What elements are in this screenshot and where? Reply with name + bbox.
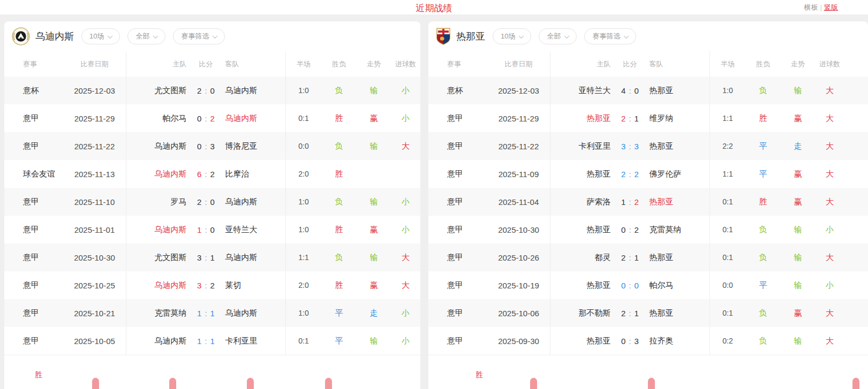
home-team-name: 帕尔马 xyxy=(126,113,187,124)
trend-chart-bar xyxy=(530,378,537,389)
competition-label: 球会友谊 xyxy=(4,160,63,188)
page-title: 近期战绩 xyxy=(416,2,452,14)
column-header-away: 客队 xyxy=(650,59,710,69)
match-row[interactable]: 意甲2025-10-26都灵2:1热那亚0:1负输大 xyxy=(428,243,868,271)
column-header-goals: 进球数 xyxy=(815,51,844,77)
competition-label: 意甲 xyxy=(428,104,487,132)
match-row[interactable]: 意甲2025-10-21克雷莫纳1:1乌迪内斯1:0平走小 xyxy=(4,299,420,327)
table-header: 赛事 比赛日期 主队 比分 客队 半场 胜负 走势 进球数 xyxy=(4,51,420,77)
full-time-score: 2:1 xyxy=(611,253,650,262)
match-row[interactable]: 球会友谊2025-11-13乌迪内斯6:2比摩治2:0胜 xyxy=(4,160,420,188)
column-header-home: 主队 xyxy=(126,59,187,69)
match-teams: 亚特兰大4:0热那亚 xyxy=(550,77,710,104)
goals-over-under-label: 大 xyxy=(815,243,844,271)
match-date: 2025-11-29 xyxy=(63,104,126,132)
match-teams: 那不勒斯2:1热那亚 xyxy=(550,299,710,327)
match-row[interactable]: 意甲2025-11-01乌迪内斯1:0亚特兰大1:0胜赢小 xyxy=(4,216,420,243)
trend-chart-bar xyxy=(852,378,859,389)
match-row[interactable]: 意甲2025-10-30尤文图斯3:1乌迪内斯1:1负输大 xyxy=(4,243,420,271)
competition-label: 意甲 xyxy=(4,132,63,160)
half-time-score: 0:1 xyxy=(710,243,745,271)
match-date: 2025-09-30 xyxy=(487,327,550,355)
home-team-name: 热那亚 xyxy=(550,225,611,235)
competition-filter-value: 赛事筛选 xyxy=(181,32,209,41)
match-row[interactable]: 意甲2025-11-22乌迪内斯0:3博洛尼亚0:0负输大 xyxy=(4,132,420,160)
match-date: 2025-10-05 xyxy=(63,327,126,355)
match-table-body: 意杯2025-12-03亚特兰大4:0热那亚1:0负输大意甲2025-11-29… xyxy=(428,77,868,355)
home-team-name: 乌迪内斯 xyxy=(126,169,187,179)
matches-count-dropdown[interactable]: 10场 xyxy=(493,28,531,44)
win-loss-label: 胜 xyxy=(321,271,357,299)
half-time-score: 1:1 xyxy=(286,243,321,271)
match-date: 2025-11-10 xyxy=(63,188,126,216)
goals-over-under-label: 小 xyxy=(391,299,420,327)
match-row[interactable]: 意甲2025-11-29帕尔马0:2乌迪内斯0:1胜赢小 xyxy=(4,104,420,132)
win-loss-label: 负 xyxy=(321,188,357,216)
half-time-score: 0:1 xyxy=(710,188,745,216)
away-team-name: 热那亚 xyxy=(650,141,710,151)
away-team-name: 莱切 xyxy=(225,280,286,291)
scope-dropdown[interactable]: 全部 xyxy=(127,28,165,44)
team-panel-udinese: 乌迪内斯 10场 全部 赛事筛选 赛事 比赛日期 主队 比分 客队 半场 xyxy=(4,21,420,389)
match-teams: 热那亚2:2佛罗伦萨 xyxy=(550,160,710,188)
match-row[interactable]: 意杯2025-12-03亚特兰大4:0热那亚1:0负输大 xyxy=(428,77,868,104)
full-time-score: 1:2 xyxy=(611,197,650,207)
half-time-score: 2:2 xyxy=(710,132,745,160)
match-row[interactable]: 意甲2025-10-30热那亚0:2克雷莫纳0:1负输小 xyxy=(428,216,868,243)
chart-legend-win: 胜 xyxy=(35,370,42,380)
match-row[interactable]: 意甲2025-11-09热那亚2:2佛罗伦萨1:1平赢大 xyxy=(428,160,868,188)
goals-over-under-label: 小 xyxy=(815,216,844,243)
competition-filter-dropdown[interactable]: 赛事筛选 xyxy=(173,28,225,44)
match-row[interactable]: 意甲2025-09-30热那亚0:3拉齐奥0:2负输大 xyxy=(428,327,868,355)
chart-legend-win: 胜 xyxy=(475,370,483,380)
full-time-score: 0:2 xyxy=(187,114,225,123)
match-date: 2025-10-30 xyxy=(487,216,550,243)
home-team-name: 那不勒斯 xyxy=(550,308,611,318)
trend-chart-bar xyxy=(169,378,176,389)
team-panel-genoa: 热那亚 10场 全部 赛事筛选 赛事 比赛日期 主队 比分 客队 半场 xyxy=(428,21,868,389)
home-team-name: 乌迪内斯 xyxy=(126,280,187,291)
goals-over-under-label: 大 xyxy=(815,104,844,132)
goals-over-under-label: 大 xyxy=(391,243,420,271)
column-header-halftime: 半场 xyxy=(710,51,745,77)
scope-dropdown[interactable]: 全部 xyxy=(539,28,577,44)
team-name: 热那亚 xyxy=(456,30,485,43)
layout-toggle-vertical[interactable]: 竖版 xyxy=(824,3,838,11)
column-header-competition: 赛事 xyxy=(4,51,63,77)
match-row[interactable]: 意甲2025-11-22卡利亚里3:3热那亚2:2平走大 xyxy=(428,132,868,160)
handicap-trend-label: 输 xyxy=(781,327,815,355)
home-team-name: 乌迪内斯 xyxy=(126,336,187,346)
goals-over-under-label: 大 xyxy=(391,271,420,299)
away-team-name: 克雷莫纳 xyxy=(650,225,710,235)
goals-over-under-label: 小 xyxy=(391,77,420,104)
match-date: 2025-10-26 xyxy=(487,243,550,271)
competition-label: 意甲 xyxy=(428,271,487,299)
home-team-name: 萨索洛 xyxy=(550,197,611,207)
win-loss-label: 负 xyxy=(321,243,357,271)
match-row[interactable]: 意甲2025-11-04萨索洛1:2热那亚0:1胜赢大 xyxy=(428,188,868,216)
away-team-name: 热那亚 xyxy=(650,86,710,96)
match-teams: 热那亚0:2克雷莫纳 xyxy=(550,216,710,243)
match-row[interactable]: 意甲2025-10-05乌迪内斯1:1卡利亚里0:1平输小 xyxy=(4,327,420,355)
home-team-name: 乌迪内斯 xyxy=(126,141,187,151)
match-row[interactable]: 意甲2025-10-25乌迪内斯3:2莱切2:0胜赢大 xyxy=(4,271,420,299)
win-loss-label: 平 xyxy=(321,299,357,327)
match-date: 2025-11-22 xyxy=(63,132,126,160)
competition-label: 意甲 xyxy=(4,271,63,299)
goals-over-under-label xyxy=(391,160,420,188)
competition-filter-dropdown[interactable]: 赛事筛选 xyxy=(584,28,636,44)
home-team-name: 热那亚 xyxy=(550,113,611,124)
competition-label: 意甲 xyxy=(428,299,487,327)
match-teams: 尤文图斯2:0乌迪内斯 xyxy=(126,77,286,104)
win-loss-label: 胜 xyxy=(321,216,357,243)
top-bar: 近期战绩 横板|竖版 xyxy=(0,0,868,14)
home-team-name: 亚特兰大 xyxy=(550,86,611,96)
competition-label: 意甲 xyxy=(4,216,63,243)
match-row[interactable]: 意甲2025-10-06那不勒斯2:1热那亚0:1负赢大 xyxy=(428,299,868,327)
match-row[interactable]: 意甲2025-11-29热那亚2:1维罗纳1:1胜赢大 xyxy=(428,104,868,132)
layout-toggle-horizontal[interactable]: 横板 xyxy=(804,3,818,11)
match-row[interactable]: 意甲2025-10-19热那亚0:0帕尔马0:0平输小 xyxy=(428,271,868,299)
match-row[interactable]: 意杯2025-12-03尤文图斯2:0乌迪内斯1:0负输小 xyxy=(4,77,420,104)
match-row[interactable]: 意甲2025-11-10罗马2:0乌迪内斯1:0负输小 xyxy=(4,188,420,216)
matches-count-dropdown[interactable]: 10场 xyxy=(81,28,120,44)
